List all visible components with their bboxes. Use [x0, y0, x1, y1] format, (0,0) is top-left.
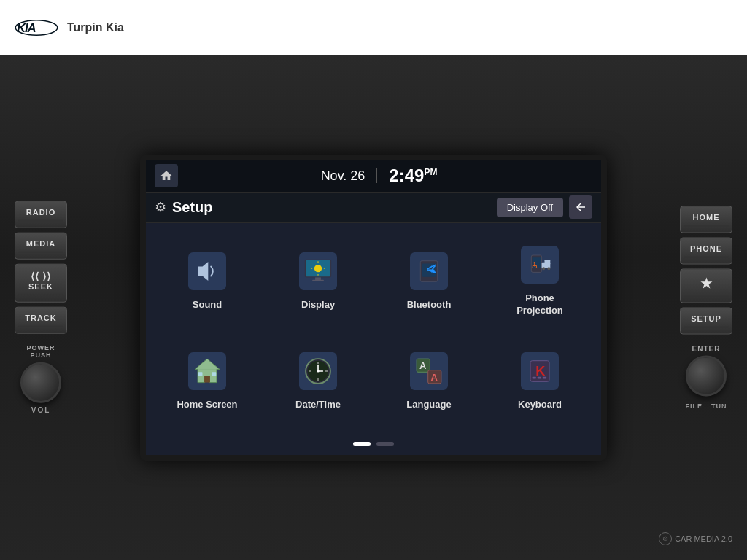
tune-knob[interactable] — [686, 355, 727, 396]
vol-label: VOL — [31, 406, 51, 414]
language-label: Language — [406, 399, 451, 411]
star-icon: ★ — [700, 276, 713, 290]
file-tun-labels: FILE TUN — [686, 402, 727, 409]
pagination — [146, 438, 601, 455]
back-arrow-icon — [574, 201, 587, 214]
keyboard-icon: K — [518, 349, 562, 393]
power-label: POWERPUSH — [26, 343, 55, 359]
date-time-menu-icon — [296, 349, 340, 393]
svg-rect-35 — [198, 372, 203, 376]
svg-rect-61 — [543, 376, 546, 378]
menu-item-bluetooth[interactable]: ⮘ Bluetooth — [374, 230, 484, 330]
time-value: 2:49 — [389, 166, 424, 185]
enter-label: ENTER — [692, 344, 721, 352]
display-off-button[interactable]: Display Off — [497, 198, 563, 217]
time-divider — [376, 168, 377, 183]
house-icon — [160, 169, 173, 182]
home-screen-menu-icon — [185, 349, 229, 393]
time-ampm: PM — [424, 167, 437, 177]
dealer-name: Turpin Kia — [67, 21, 124, 34]
setup-title: Setup — [172, 199, 497, 216]
home-screen-icon-btn[interactable] — [155, 164, 178, 187]
svg-point-23 — [542, 267, 545, 270]
watermark-text: CAR MEDIA 2.0 — [675, 534, 732, 543]
radio-button[interactable]: RADIO — [15, 201, 67, 228]
bluetooth-label: Bluetooth — [407, 299, 452, 311]
date-time-label: Date/Time — [295, 399, 341, 411]
pagination-dot-1[interactable] — [353, 442, 371, 446]
svg-point-25 — [534, 262, 536, 264]
svg-rect-59 — [533, 376, 536, 378]
track-button[interactable]: TRACK — [15, 306, 67, 333]
display-icon — [296, 249, 340, 293]
sound-icon — [185, 249, 229, 293]
svg-rect-22 — [545, 260, 551, 265]
watermark-icon: ⚙ — [659, 532, 672, 545]
home-screen-label: Home Screen — [177, 399, 237, 411]
svg-rect-9 — [312, 279, 324, 281]
date-time-display: Nov. 26 2:49PM — [178, 166, 592, 186]
time-display: 2:49PM — [389, 166, 437, 186]
svg-point-50 — [317, 370, 319, 372]
svg-rect-60 — [538, 376, 541, 378]
menu-grid: Sound — [146, 223, 601, 438]
back-button[interactable] — [569, 195, 592, 219]
right-knob-area: ENTER FILE TUN — [686, 344, 727, 409]
keyboard-label: Keyboard — [518, 399, 562, 411]
volume-knob[interactable] — [20, 362, 61, 403]
seek-button[interactable]: ⟨⟨ ⟩⟩ SEEK — [15, 263, 67, 302]
kia-logo: KIA — [15, 17, 58, 39]
screen: Nov. 26 2:49PM ⚙ Setup Display Off — [146, 160, 601, 455]
file-label: FILE — [686, 402, 703, 409]
svg-rect-34 — [204, 376, 210, 382]
display-label: Display — [301, 299, 335, 311]
menu-item-home-screen[interactable]: Home Screen — [152, 330, 263, 430]
setup-hw-button[interactable]: SETUP — [680, 307, 732, 334]
menu-item-sound[interactable]: Sound — [152, 230, 263, 330]
status-bar: Nov. 26 2:49PM — [146, 160, 601, 192]
svg-text:A: A — [419, 360, 427, 371]
screen-container: Nov. 26 2:49PM ⚙ Setup Display Off — [140, 155, 607, 461]
right-button-panel: HOME PHONE ★ SETUP ENTER FILE TUN — [680, 206, 732, 409]
svg-point-10 — [314, 264, 322, 271]
svg-text:K: K — [535, 363, 545, 378]
gear-icon: ⚙ — [155, 199, 166, 215]
time-divider-2 — [449, 168, 449, 183]
watermark: ⚙ CAR MEDIA 2.0 — [659, 532, 732, 545]
menu-item-keyboard[interactable]: K Keyboard — [484, 330, 595, 430]
setup-header: ⚙ Setup Display Off — [146, 192, 601, 223]
phone-button[interactable]: PHONE — [680, 237, 732, 264]
power-knob-area: POWERPUSH VOL — [20, 343, 61, 414]
bluetooth-icon: ⮘ — [407, 249, 451, 293]
menu-item-phone-projection[interactable]: Phone Projection — [484, 230, 595, 330]
pagination-dot-2[interactable] — [376, 442, 394, 446]
dealer-bar: KIA Turpin Kia — [0, 0, 747, 55]
svg-text:A: A — [431, 372, 438, 383]
seek-arrows: ⟨⟨ ⟩⟩ — [18, 270, 63, 281]
menu-item-date-time[interactable]: Date/Time — [263, 330, 374, 430]
phone-projection-icon — [518, 243, 562, 287]
menu-item-display[interactable]: Display — [263, 230, 374, 330]
date-display: Nov. 26 — [321, 168, 365, 184]
phone-projection-label: Phone Projection — [516, 292, 563, 317]
svg-rect-36 — [212, 372, 217, 376]
console-area: RADIO MEDIA ⟨⟨ ⟩⟩ SEEK TRACK POWERPUSH V… — [0, 55, 747, 560]
svg-text:⮘: ⮘ — [426, 264, 436, 276]
menu-item-language[interactable]: A A Language — [374, 330, 484, 430]
left-button-panel: RADIO MEDIA ⟨⟨ ⟩⟩ SEEK TRACK POWERPUSH V… — [15, 201, 67, 414]
tun-label: TUN — [711, 402, 727, 409]
language-icon: A A — [407, 349, 451, 393]
favorites-button[interactable]: ★ — [680, 268, 732, 303]
media-button[interactable]: MEDIA — [15, 232, 67, 259]
home-button[interactable]: HOME — [680, 206, 732, 233]
sound-label: Sound — [193, 299, 222, 311]
svg-point-24 — [547, 267, 550, 270]
